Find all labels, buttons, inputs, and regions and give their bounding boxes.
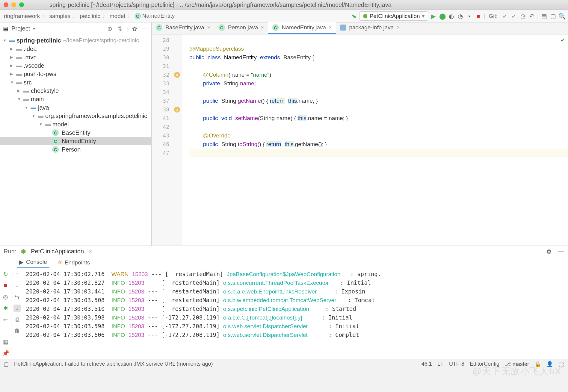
tree-item[interactable]: ▶▬.mvn [0, 53, 151, 61]
editor-tab[interactable]: CBaseEntity.java× [152, 22, 214, 34]
close-icon[interactable]: × [261, 25, 264, 30]
gear-icon[interactable]: ✿ [131, 25, 138, 32]
hide-icon[interactable]: — [557, 248, 564, 255]
layout-icon[interactable]: ▦ [2, 338, 9, 345]
gutter-line[interactable]: 29 [152, 44, 182, 53]
tree-item[interactable]: ▼▬model [0, 120, 151, 128]
class-icon: C [272, 24, 279, 31]
file-encoding[interactable]: UTF-8 [449, 361, 464, 367]
run-icon[interactable]: ▶ [430, 13, 437, 20]
print-icon[interactable]: ⎙ [13, 316, 21, 323]
tree-item[interactable]: ▶▬.idea [0, 45, 151, 53]
gutter-annotation-icon[interactable]: a [174, 72, 180, 78]
tree-item[interactable]: ▼▬main [0, 95, 151, 103]
git-revert-icon[interactable]: ↶ [528, 13, 535, 20]
coverage-icon[interactable]: ◐ [448, 13, 455, 20]
gear-icon[interactable]: ✿ [545, 248, 552, 255]
tree-item[interactable]: CPerson [0, 145, 151, 154]
project-tree[interactable]: ▼▬spring-petclinic ~/IdeaProjects/spring… [0, 35, 151, 246]
dump-icon[interactable]: ◎ [2, 293, 9, 300]
rerun-icon[interactable]: ↻ [2, 270, 9, 278]
minimize-icon[interactable] [11, 2, 16, 7]
gutter-line[interactable]: 43 [152, 131, 182, 140]
scroll-end-icon[interactable]: ⤓ [13, 305, 21, 312]
project-structure-icon[interactable]: ▤ [540, 13, 548, 20]
tab-console[interactable]: ▶Console [17, 257, 49, 268]
crumb[interactable]: model [108, 12, 127, 20]
tree-item[interactable]: ▼▬src [0, 78, 151, 87]
maximize-icon[interactable] [19, 2, 24, 7]
gutter-line[interactable]: 42 [152, 122, 182, 131]
gutter-line[interactable]: 47 [152, 149, 182, 157]
expand-icon[interactable]: ⇅ [116, 25, 123, 32]
stop-icon[interactable]: ■ [2, 282, 9, 289]
crumb[interactable]: samples [48, 12, 72, 20]
up-icon[interactable]: ↑ [13, 270, 21, 278]
run-config-label: PetClinicApplication [370, 13, 420, 19]
editor-tab[interactable]: CPerson.java× [214, 22, 268, 34]
tree-item[interactable]: ▶▬push-to-pws [0, 70, 151, 78]
wrap-icon[interactable]: ⇆ [13, 293, 21, 300]
tool-windows-icon[interactable]: ▢ [4, 361, 9, 367]
profiler-icon[interactable]: ◔ [457, 13, 464, 20]
class-icon: C [52, 138, 59, 144]
tree-item[interactable]: ▼▬java [0, 103, 151, 112]
pin-icon[interactable]: 📌 [2, 349, 9, 357]
git-update-icon[interactable]: ✓ [501, 13, 508, 20]
tree-root[interactable]: ▼▬spring-petclinic ~/IdeaProjects/spring… [0, 36, 151, 45]
stop-icon[interactable]: ■ [475, 13, 482, 20]
status-message: PetClinicApplication: Failed to retrieve… [14, 361, 213, 367]
crumb[interactable]: CNamedEntity [133, 12, 176, 20]
editor-tab[interactable]: jpackage-info.java× [336, 22, 404, 34]
gutter-line[interactable]: 38a [152, 105, 182, 114]
debug-icon[interactable]: ⬤ [439, 13, 446, 20]
clear-icon[interactable]: 🗑 [13, 327, 21, 335]
gutter-line[interactable]: 28 [152, 36, 182, 44]
gutter-line[interactable]: 33 [152, 79, 182, 88]
tree-item[interactable]: ▼▬org.springframework.samples.petclinic [0, 112, 151, 120]
gutter-annotation-icon[interactable]: a [174, 107, 180, 113]
gutter-line[interactable]: 30 [152, 53, 182, 62]
run-configuration-selector[interactable]: ⬢ PetClinicApplication ▾ [359, 11, 428, 21]
console-output[interactable]: 2020-02-04 17:30:02.716 WARN 15203 --- [… [23, 268, 568, 359]
tab-endpoints[interactable]: ⚛Endpoints [55, 257, 93, 268]
folder-icon: ▬ [31, 104, 36, 111]
hide-icon[interactable]: — [141, 25, 148, 32]
folder-icon: ▬ [16, 79, 22, 86]
editor[interactable]: ✔ 2829303132a33343738a4142434647 @Mapped… [152, 34, 568, 246]
sidebar-title[interactable]: Project [11, 25, 30, 32]
caret-position[interactable]: 46:1 [422, 361, 432, 367]
close-icon[interactable]: × [207, 25, 210, 30]
code-area[interactable]: @MappedSuperclass public class NamedEnti… [182, 34, 568, 246]
tree-item[interactable]: ▶▬checkstyle [0, 87, 151, 95]
gutter-line[interactable]: 31 [152, 62, 182, 70]
gutter-line[interactable]: 34 [152, 88, 182, 96]
git-commit-icon[interactable]: ✓ [510, 13, 517, 20]
editor-tab[interactable]: CNamedEntity.java× [268, 22, 336, 34]
line-separator[interactable]: LF [437, 361, 444, 367]
search-icon[interactable]: 🔍 [558, 13, 566, 20]
gutter-line[interactable]: 37 [152, 96, 182, 105]
close-icon[interactable]: × [397, 25, 399, 30]
chevron-down-icon[interactable]: ▾ [33, 26, 35, 31]
tree-item[interactable]: ▶▬.vscode [0, 61, 151, 70]
close-icon[interactable]: × [329, 25, 332, 30]
down-icon[interactable]: ↓ [13, 282, 21, 289]
close-icon[interactable] [4, 2, 8, 7]
git-history-icon[interactable]: ◷ [519, 13, 526, 20]
gutter-line[interactable]: 41 [152, 114, 182, 122]
locate-icon[interactable]: ⊕ [106, 25, 113, 32]
trace-icon[interactable]: ✱ [2, 305, 9, 312]
build-icon[interactable]: ⬊ [351, 13, 358, 20]
project-view-icon[interactable]: ▤ [3, 25, 8, 32]
chevron-down-icon[interactable]: ▾ [466, 13, 473, 20]
exit-icon[interactable]: ⇤ [2, 316, 9, 323]
gutter-line[interactable]: 46 [152, 140, 182, 149]
tree-item[interactable]: CBaseEntity [0, 128, 151, 137]
crumb[interactable]: petclinic [78, 12, 102, 20]
tree-item[interactable]: CNamedEntity [0, 137, 151, 145]
close-icon[interactable]: × [89, 248, 92, 255]
gutter-line[interactable]: 32a [152, 70, 182, 79]
ide-settings-icon[interactable]: ▢ [549, 13, 557, 20]
crumb[interactable]: ringframework [2, 12, 41, 20]
